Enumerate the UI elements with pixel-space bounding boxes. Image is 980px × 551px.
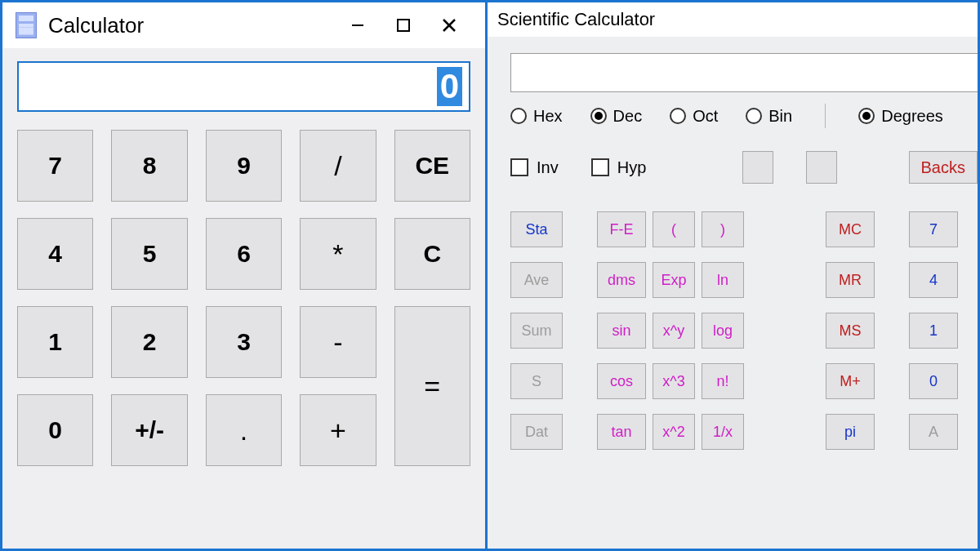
checkbox-label: Hyp — [617, 158, 647, 177]
sci-titlebar: Scientific Calculator — [488, 2, 978, 37]
key-2[interactable]: 2 — [111, 306, 187, 378]
key-d4[interactable]: 4 — [909, 262, 958, 298]
mode-separator — [825, 104, 826, 128]
radio-icon — [746, 108, 762, 124]
basic-calculator-window: Calculator 0 7 8 9 / CE 4 — [0, 0, 488, 551]
key-8[interactable]: 8 — [111, 130, 187, 202]
key-log[interactable]: log — [702, 313, 744, 349]
key-ave[interactable]: Ave — [510, 262, 563, 298]
radio-label: Dec — [613, 107, 643, 126]
calculator-icon — [16, 12, 37, 38]
sci-keypad: Sta F-E ( ) MC 7 Ave dms Exp ln MR 4 — [510, 211, 978, 450]
key-divide[interactable]: / — [300, 130, 376, 202]
radio-bin[interactable]: Bin — [746, 107, 792, 126]
key-sum[interactable]: Sum — [510, 313, 563, 349]
key-d1[interactable]: 1 — [909, 313, 958, 349]
scientific-calculator-window: Scientific Calculator Hex Dec Oct — [488, 0, 980, 551]
radio-label: Bin — [768, 107, 792, 126]
key-d0[interactable]: 0 — [909, 363, 958, 399]
key-ln[interactable]: ln — [702, 262, 744, 298]
radio-label: Hex — [533, 107, 563, 126]
key-x2[interactable]: x^2 — [653, 414, 695, 450]
number-mode-row: Hex Dec Oct Bin Degrees — [510, 104, 978, 128]
key-lparen[interactable]: ( — [653, 211, 695, 247]
radio-icon — [590, 108, 607, 124]
checkbox-icon — [510, 158, 528, 176]
key-dms[interactable]: dms — [597, 262, 646, 298]
backspace-button[interactable]: Backs — [909, 151, 978, 184]
key-sta[interactable]: Sta — [510, 211, 563, 247]
key-c[interactable]: C — [394, 218, 470, 290]
maximize-button[interactable] — [381, 9, 426, 42]
key-mc[interactable]: MC — [826, 211, 875, 247]
basic-display[interactable]: 0 — [17, 61, 470, 112]
key-9[interactable]: 9 — [206, 130, 282, 202]
sci-display[interactable] — [510, 53, 980, 92]
key-add[interactable]: + — [300, 394, 376, 466]
basic-display-value: 0 — [437, 67, 462, 106]
key-fe[interactable]: F-E — [597, 211, 646, 247]
key-mr[interactable]: MR — [826, 262, 875, 298]
key-0[interactable]: 0 — [17, 394, 93, 466]
key-5[interactable]: 5 — [111, 218, 187, 290]
radio-hex[interactable]: Hex — [510, 107, 563, 126]
close-button[interactable] — [426, 9, 472, 42]
radio-oct[interactable]: Oct — [670, 107, 718, 126]
key-ce[interactable]: CE — [394, 130, 470, 202]
key-s[interactable]: S — [510, 363, 563, 399]
basic-keypad: 7 8 9 / CE 4 5 6 * C 1 2 3 - = 0 +/- . + — [17, 130, 470, 466]
key-recip[interactable]: 1/x — [702, 414, 744, 450]
minimize-button[interactable] — [335, 9, 381, 42]
key-dot[interactable]: . — [206, 394, 282, 466]
basic-titlebar: Calculator — [2, 2, 485, 48]
checkbox-hyp[interactable]: Hyp — [591, 158, 647, 177]
key-rparen[interactable]: ) — [702, 211, 744, 247]
radio-dec[interactable]: Dec — [590, 107, 643, 126]
key-tan[interactable]: tan — [597, 414, 646, 450]
radio-icon — [670, 108, 686, 124]
sci-window-title: Scientific Calculator — [497, 9, 655, 30]
key-3[interactable]: 3 — [206, 306, 282, 378]
radio-label: Degrees — [881, 107, 943, 126]
key-subtract[interactable]: - — [300, 306, 376, 378]
key-ms[interactable]: MS — [826, 313, 875, 349]
radio-icon — [858, 108, 875, 124]
key-7[interactable]: 7 — [17, 130, 93, 202]
key-pi[interactable]: pi — [826, 414, 875, 450]
checkbox-inv[interactable]: Inv — [510, 158, 559, 177]
key-4[interactable]: 4 — [17, 218, 93, 290]
checkbox-label: Inv — [537, 158, 559, 177]
key-a[interactable]: A — [909, 414, 958, 450]
key-x3[interactable]: x^3 — [653, 363, 695, 399]
radio-label: Oct — [693, 107, 718, 126]
svg-rect-1 — [398, 20, 409, 31]
key-d7[interactable]: 7 — [909, 211, 958, 247]
key-cos[interactable]: cos — [597, 363, 646, 399]
checkbox-icon — [591, 158, 609, 176]
key-sign[interactable]: +/- — [111, 394, 187, 466]
radio-degrees[interactable]: Degrees — [858, 107, 943, 126]
modifier-row: Inv Hyp Backs — [510, 151, 978, 184]
radio-icon — [510, 108, 527, 124]
indicator-box — [742, 151, 773, 184]
key-equals[interactable]: = — [394, 306, 470, 466]
basic-window-title: Calculator — [48, 13, 144, 38]
key-xy[interactable]: x^y — [653, 313, 695, 349]
key-sin[interactable]: sin — [597, 313, 646, 349]
key-mplus[interactable]: M+ — [826, 363, 875, 399]
indicator-box — [806, 151, 837, 184]
key-multiply[interactable]: * — [300, 218, 376, 290]
key-nfact[interactable]: n! — [702, 363, 744, 399]
key-6[interactable]: 6 — [206, 218, 282, 290]
key-dat[interactable]: Dat — [510, 414, 563, 450]
key-exp[interactable]: Exp — [653, 262, 695, 298]
key-1[interactable]: 1 — [17, 306, 93, 378]
